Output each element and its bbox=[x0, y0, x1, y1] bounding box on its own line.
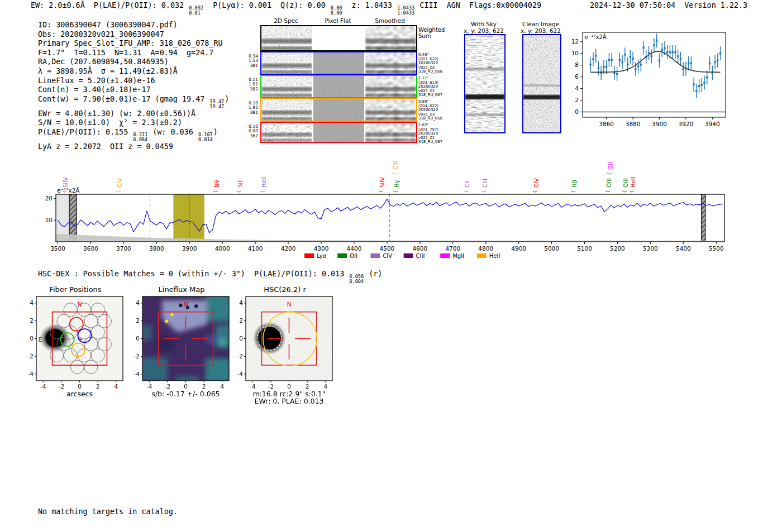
svg-text:MgII: MgII bbox=[452, 253, 464, 259]
svg-text:CIII: CIII bbox=[393, 161, 399, 170]
svg-text:OIII: OIII bbox=[606, 178, 612, 188]
svg-text:4000: 4000 bbox=[215, 245, 230, 252]
svg-text:CIV: CIV bbox=[117, 178, 123, 188]
svg-text:-2: -2 bbox=[59, 383, 64, 390]
svg-text:3700: 3700 bbox=[116, 245, 131, 252]
svg-text:CIII: CIII bbox=[482, 179, 488, 188]
svg-text:4100: 4100 bbox=[248, 245, 263, 252]
svg-text:5400: 5400 bbox=[676, 245, 691, 252]
spec2d-cell bbox=[313, 123, 364, 142]
svg-text:4: 4 bbox=[220, 383, 224, 390]
svg-text:0: 0 bbox=[30, 335, 34, 342]
svg-text:0: 0 bbox=[575, 108, 579, 115]
info-line: EWr = 4.80(±1.30) (w: 2.00(±0.56))Å bbox=[38, 109, 229, 119]
spec2d-row-right-info: 0.49" (203, 622) 20200320 v021_02 318_RU… bbox=[418, 53, 452, 74]
svg-text:{: { bbox=[213, 190, 218, 193]
stacked-uncertainty: 19.4719.47 bbox=[209, 99, 224, 109]
svg-text:OIII: OIII bbox=[623, 178, 629, 188]
svg-text:6: 6 bbox=[575, 73, 579, 80]
spec2d-cell bbox=[261, 76, 312, 97]
svg-text:{: { bbox=[116, 190, 121, 193]
svg-text:-4: -4 bbox=[134, 371, 140, 377]
svg-text:N: N bbox=[287, 301, 291, 308]
line-fit-inset-chart: 02468101238603880390039203940e⁻¹⁷x2Å bbox=[569, 31, 732, 127]
info-line: ID: 3006390047 (3006390047.pdf) bbox=[38, 21, 229, 30]
svg-text:3900: 3900 bbox=[652, 121, 667, 127]
svg-text:{: { bbox=[378, 190, 384, 193]
svg-text:3860: 3860 bbox=[599, 121, 614, 127]
spec2d-cell bbox=[365, 26, 416, 50]
svg-text:s/b: -0.17 +/- 0.065: s/b: -0.17 +/- 0.065 bbox=[151, 390, 220, 398]
spec2d-col-title-2dspec: 2D Spec bbox=[260, 17, 312, 24]
spec2d-row-left-stats: 0.10 0.00 362 bbox=[244, 124, 258, 138]
svg-text:-4: -4 bbox=[146, 383, 152, 390]
svg-text:{: { bbox=[605, 190, 611, 193]
spec2d-cell bbox=[261, 26, 312, 50]
cleanimage-coords: x, y: 203, 622 bbox=[510, 27, 571, 34]
elixer-report-page: EW: 2.0±0.6Å P(LAE)/P(OII): 0.032 0.0920… bbox=[0, 0, 782, 532]
spec2d-cell bbox=[313, 26, 364, 50]
svg-text:0: 0 bbox=[136, 335, 140, 342]
info-line: P(LAE)/P(OII): 0.155 0.3110.084 (w: 0.03… bbox=[38, 128, 229, 142]
svg-text:8: 8 bbox=[575, 61, 579, 68]
svg-text:E: E bbox=[39, 336, 42, 343]
lineflux-map-panel: -4-4-2-2002244NEs/b: -0.17 +/- 0.065 bbox=[123, 293, 240, 404]
svg-text:2: 2 bbox=[96, 383, 100, 390]
svg-text:3600: 3600 bbox=[83, 245, 98, 252]
svg-text:2: 2 bbox=[30, 317, 34, 324]
svg-text:Hγ: Hγ bbox=[394, 180, 400, 188]
stacked-uncertainty: 0.3110.084 bbox=[133, 132, 147, 142]
withsky-title-text: With Sky bbox=[453, 21, 514, 27]
svg-text:Hβ: Hβ bbox=[571, 180, 578, 188]
svg-text:HeII: HeII bbox=[630, 176, 636, 188]
info-line: RA,Dec (207.609894,50.846935) bbox=[38, 57, 229, 67]
stacked-uncertainty: 0.1070.014 bbox=[198, 132, 213, 142]
fiber-positions-panel: NE-4-4-2-2002244arcsecs bbox=[17, 293, 134, 404]
svg-text:-2: -2 bbox=[165, 383, 170, 390]
svg-text:2: 2 bbox=[575, 97, 579, 103]
svg-text:4300: 4300 bbox=[314, 245, 329, 252]
svg-text:SiIV: SiIV bbox=[63, 177, 69, 188]
svg-text:{: { bbox=[629, 190, 635, 193]
svg-text:-2: -2 bbox=[28, 353, 34, 360]
svg-text:3900: 3900 bbox=[182, 245, 197, 252]
detection-info-block: ID: 3006390047 (3006390047.pdf)Obs: 2020… bbox=[38, 21, 229, 151]
svg-text:-2: -2 bbox=[237, 353, 243, 360]
svg-text:2: 2 bbox=[202, 383, 206, 390]
svg-text:-2: -2 bbox=[134, 353, 140, 360]
cleanimage-title: Clean Image x, y: 203, 622 bbox=[510, 21, 571, 34]
svg-text:4200: 4200 bbox=[281, 245, 296, 252]
svg-text:5000: 5000 bbox=[544, 245, 559, 252]
svg-text:3920: 3920 bbox=[679, 121, 694, 127]
svg-text:E: E bbox=[256, 336, 260, 343]
spec2d-row-left-stats: 0.10 1.92 381 bbox=[244, 101, 258, 115]
spec2d-cell bbox=[365, 99, 416, 121]
stacked-uncertainty: 0.000.00 bbox=[331, 6, 342, 16]
withsky-title: With Sky x, y: 203, 622 bbox=[453, 21, 514, 34]
withsky-coords: x, y: 203, 622 bbox=[453, 27, 514, 34]
info-line: LineFlux = 5.20(±1.40)e-16 bbox=[38, 76, 229, 86]
spec2d-cell bbox=[313, 76, 364, 97]
svg-text:-4: -4 bbox=[237, 371, 244, 377]
svg-text:4: 4 bbox=[575, 85, 579, 92]
spec2d-row-strip bbox=[260, 122, 417, 143]
svg-text:{: { bbox=[392, 172, 397, 175]
footer-notes: No matching targets in catalog. Row inte… bbox=[38, 489, 178, 532]
footer-line-1: No matching targets in catalog. bbox=[38, 507, 178, 517]
svg-text:4: 4 bbox=[114, 383, 118, 390]
svg-text:arcsecs: arcsecs bbox=[66, 390, 93, 398]
svg-text:N: N bbox=[77, 301, 82, 308]
svg-text:N: N bbox=[183, 301, 188, 308]
svg-text:HeII: HeII bbox=[261, 176, 267, 188]
svg-text:EWr: 0, PLAE: 0.013: EWr: 0, PLAE: 0.013 bbox=[255, 397, 324, 404]
svg-text:5100: 5100 bbox=[577, 245, 592, 252]
svg-text:-4: -4 bbox=[250, 383, 256, 390]
svg-text:-2: -2 bbox=[268, 383, 274, 390]
spec2d-cell bbox=[313, 99, 364, 121]
stacked-uncertainty: 1.04331.0433 bbox=[397, 6, 414, 16]
svg-text:20: 20 bbox=[45, 195, 53, 202]
svg-text:0: 0 bbox=[184, 383, 188, 390]
svg-text:4700: 4700 bbox=[445, 245, 460, 252]
svg-text:SiIV: SiIV bbox=[379, 177, 385, 188]
spec2d-row-right-info: Weighted Sum bbox=[418, 27, 452, 39]
